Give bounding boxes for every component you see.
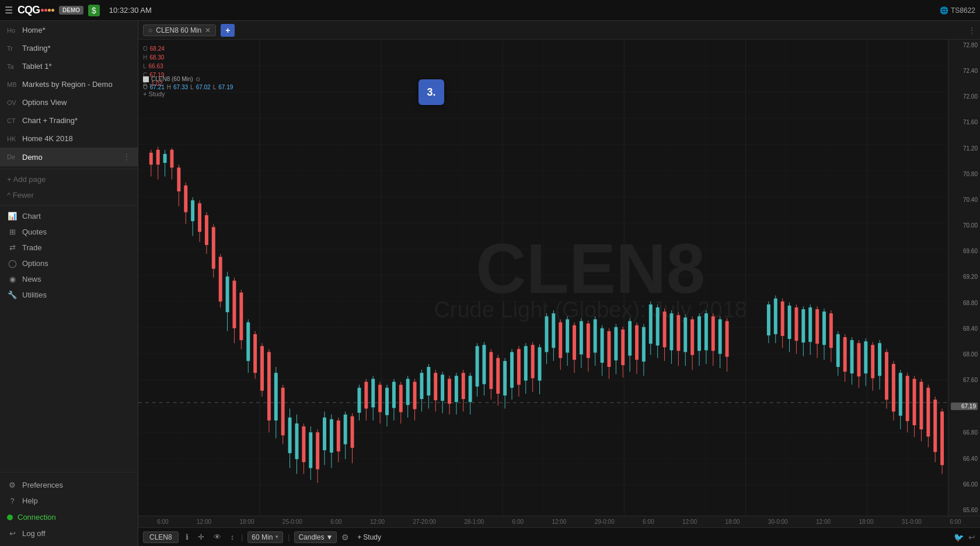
price-6800: 68.00 — [951, 351, 978, 358]
add-page-btn[interactable]: + Add page — [0, 172, 138, 187]
time-600b: 6:00 — [330, 519, 341, 525]
interval-dropdown[interactable]: 60 Min ▼ — [247, 531, 283, 543]
sidebar-item-tablet[interactable]: Ta Tablet 1* — [0, 57, 138, 75]
add-study-link[interactable]: + Study — [143, 90, 233, 97]
prefix-hk: HK — [7, 135, 18, 142]
sidebar-item-trading[interactable]: Tr Trading* — [0, 39, 138, 57]
utilities-icon: 🔧 — [7, 290, 18, 299]
sidebar-divider-2 — [0, 205, 138, 206]
sidebar-item-help[interactable]: ? Help — [0, 493, 138, 509]
price-7040: 70.40 — [951, 197, 978, 203]
svg-rect-172 — [614, 327, 618, 360]
svg-rect-72 — [267, 352, 271, 421]
sidebar-item-demo[interactable]: De Demo ⋮ — [0, 148, 138, 166]
price-7240: 72.40 — [951, 68, 978, 74]
sidebar-item-preferences[interactable]: ⚙ Preferences — [0, 477, 138, 493]
add-study-btn[interactable]: + Study — [354, 532, 385, 542]
svg-rect-158 — [566, 319, 569, 352]
add-chart-button[interactable]: + — [221, 24, 235, 37]
prefix-tr: Tr — [7, 45, 18, 52]
svg-rect-178 — [635, 326, 639, 360]
legend-settings-icon[interactable]: ⊙ — [196, 75, 200, 84]
svg-rect-58 — [219, 257, 222, 302]
sidebar-item-home[interactable]: Ho Home* — [0, 21, 138, 39]
options-icon: ◯ — [7, 259, 18, 268]
price-6600: 66.00 — [951, 481, 978, 488]
legend-h-val: 67.33 — [173, 84, 188, 90]
eye-btn[interactable]: 👁 — [211, 531, 224, 542]
ohlc-h-key: H — [143, 53, 147, 62]
svg-rect-86 — [316, 432, 319, 469]
svg-rect-116 — [420, 373, 423, 399]
main-layout: Ho Home* Tr Trading* Ta Tablet 1* MB Mar… — [0, 21, 980, 546]
chart-title-tab: ○ CLEN8 60 Min ✕ — [143, 24, 216, 36]
svg-rect-210 — [781, 302, 784, 336]
sidebar-item-options-view[interactable]: OV Options View — [0, 93, 138, 111]
svg-rect-120 — [434, 373, 437, 400]
svg-rect-216 — [801, 309, 805, 342]
time-600d: 6:00 — [643, 519, 654, 525]
time-25-0: 25-0:00 — [283, 519, 302, 525]
sidebar-item-markets[interactable]: MB Markets by Region - Demo — [0, 75, 138, 93]
svg-rect-66 — [246, 323, 250, 361]
svg-rect-48 — [184, 186, 187, 212]
time-1200c: 12:00 — [552, 519, 566, 525]
logoff-icon: ↩ — [7, 529, 18, 538]
crosshair-btn[interactable]: ✛ — [196, 531, 207, 542]
close-btn[interactable]: ✕ — [205, 26, 211, 34]
info-btn[interactable]: ℹ — [183, 531, 191, 542]
price-6960: 69.60 — [951, 248, 978, 254]
sidebar-item-trade[interactable]: ⇄ Trade — [0, 240, 138, 256]
sidebar-item-home4k[interactable]: HK Home 4K 2018 — [0, 130, 138, 148]
time-labels: 6:00 12:00 18:00 25-0:00 6:00 12:00 27-2… — [143, 519, 975, 525]
sidebar-item-options[interactable]: ◯ Options — [0, 256, 138, 271]
svg-rect-186 — [663, 312, 667, 347]
svg-rect-118 — [427, 367, 430, 396]
svg-rect-180 — [642, 327, 646, 362]
ohlc-o-val: 68.24 — [150, 44, 165, 53]
sidebar-item-chart[interactable]: 📊 Chart — [0, 208, 138, 224]
svg-rect-92 — [337, 421, 340, 452]
svg-rect-46 — [177, 167, 180, 191]
menu-icon[interactable]: ☰ — [5, 5, 13, 16]
gear-btn[interactable]: ⚙ — [341, 533, 349, 542]
news-icon: ◉ — [7, 275, 18, 284]
interval-arrow: ▼ — [274, 534, 279, 540]
svg-rect-80 — [295, 424, 298, 459]
svg-rect-84 — [309, 432, 312, 468]
time-600: 6:00 — [157, 519, 168, 525]
svg-rect-110 — [399, 385, 403, 412]
sidebar-item-utilities[interactable]: 🔧 Utilities — [0, 287, 138, 303]
chart-canvas[interactable]: CLEN8 Crude Light (Globex): July 2018 — [138, 40, 980, 516]
sidebar-item-logoff[interactable]: ↩ Log off — [0, 526, 138, 541]
twitter-icon[interactable]: 🐦 — [954, 533, 964, 542]
price-7280: 72.80 — [951, 42, 978, 48]
time-600e: 6:00 — [950, 519, 961, 525]
sidebar-item-quotes[interactable]: ⊞ Quotes — [0, 224, 138, 240]
sidebar-item-connection[interactable]: Connection — [0, 509, 138, 526]
undo-icon[interactable]: ↩ — [968, 533, 975, 542]
svg-rect-148 — [531, 345, 535, 378]
time-1800c: 18:00 — [859, 519, 873, 525]
sidebar-item-chart-trading[interactable]: CT Chart + Trading* — [0, 111, 138, 130]
circle-btn[interactable]: ○ — [148, 26, 152, 34]
time-27-20: 27-20:00 — [413, 519, 435, 525]
svg-rect-224 — [829, 313, 833, 348]
chart-more-icon[interactable]: ⋮ — [968, 26, 975, 34]
fewer-btn[interactable]: ^ Fewer — [0, 187, 138, 203]
sidebar-nav: Ho Home* Tr Trading* Ta Tablet 1* MB Mar… — [0, 21, 138, 472]
svg-rect-220 — [815, 309, 819, 344]
arrows-btn[interactable]: ↕ — [228, 531, 237, 542]
svg-rect-78 — [288, 418, 292, 453]
more-icon[interactable]: ⋮ — [123, 152, 131, 162]
svg-rect-228 — [843, 337, 847, 372]
sidebar-label-demo: Demo — [22, 153, 118, 162]
time-1200d: 12:00 — [682, 519, 697, 525]
sidebar-item-news[interactable]: ◉ News — [0, 271, 138, 287]
svg-rect-44 — [170, 150, 173, 168]
bottom-right: 🐦 ↩ — [954, 533, 975, 542]
candles-dropdown[interactable]: Candles ▼ — [294, 531, 337, 543]
dollar-badge[interactable]: $ — [88, 5, 100, 16]
svg-rect-98 — [357, 388, 361, 413]
connection-dot — [7, 514, 13, 520]
